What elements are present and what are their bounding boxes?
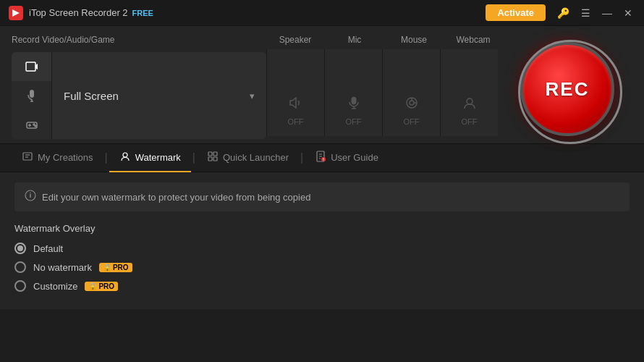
- tab-watermark-label: Watermark: [135, 152, 181, 163]
- webcam-label: Webcam: [444, 35, 502, 49]
- tab-user-guide[interactable]: User Guide: [305, 143, 389, 172]
- svg-rect-6: [352, 97, 356, 104]
- option-default[interactable]: Default: [14, 243, 630, 254]
- controls-section: Speaker Mic Mouse Webcam OFF: [266, 35, 502, 143]
- radio-default[interactable]: [14, 243, 26, 254]
- svg-point-28: [30, 193, 31, 194]
- option-no-watermark[interactable]: No watermark 🔒 PRO: [14, 261, 630, 273]
- webcam-icon: [462, 95, 478, 114]
- pro-badge-no-watermark: 🔒 PRO: [99, 263, 132, 272]
- controls-labels-row: Speaker Mic Mouse Webcam: [266, 35, 502, 49]
- tab-my-creations[interactable]: My Creations: [12, 143, 103, 172]
- svg-point-4: [33, 124, 35, 125]
- window-controls: 🔑 ☰ — ✕: [554, 6, 635, 20]
- radio-no-watermark[interactable]: [14, 261, 26, 273]
- user-guide-icon: [315, 151, 326, 164]
- speaker-label: Speaker: [266, 35, 324, 49]
- tab-quick-launcher-label: Quick Launcher: [223, 152, 289, 163]
- mic-control[interactable]: OFF: [324, 49, 382, 136]
- screen-mode-select[interactable]: Full Screen ▾: [52, 52, 266, 139]
- radio-customize[interactable]: [14, 280, 26, 292]
- record-type-list: [12, 52, 52, 139]
- speaker-header: OFF: [288, 95, 304, 126]
- record-panel-title: Record Video/Audio/Game: [12, 35, 266, 45]
- pro-badge-customize: 🔒 PRO: [85, 282, 118, 291]
- mic-header: OFF: [346, 95, 362, 126]
- mouse-control[interactable]: OFF: [382, 49, 440, 136]
- app-title: iTop Screen Recorder 2: [29, 7, 128, 18]
- record-options: Full Screen ▾: [12, 52, 266, 139]
- divider-3: |: [299, 151, 305, 164]
- svg-rect-19: [213, 152, 217, 156]
- svg-rect-20: [208, 157, 212, 161]
- svg-rect-0: [26, 62, 35, 71]
- rec-label: REC: [546, 78, 590, 101]
- mic-label: Mic: [326, 35, 384, 49]
- mic-icon: [346, 95, 362, 114]
- record-panel: Record Video/Audio/Game: [12, 35, 266, 143]
- mic-status: OFF: [346, 117, 362, 126]
- svg-rect-18: [208, 152, 212, 156]
- record-type-game[interactable]: [12, 110, 51, 139]
- close-icon[interactable]: ✕: [621, 6, 635, 20]
- tab-quick-launcher[interactable]: Quick Launcher: [197, 143, 299, 172]
- info-icon: [25, 190, 36, 204]
- record-type-audio[interactable]: [12, 81, 51, 110]
- speaker-status: OFF: [288, 117, 304, 126]
- top-section: Record Video/Audio/Game: [0, 26, 644, 143]
- rec-button[interactable]: REC: [520, 42, 614, 136]
- tab-my-creations-label: My Creations: [38, 152, 93, 163]
- speaker-control[interactable]: OFF: [266, 49, 324, 136]
- webcam-status: OFF: [462, 117, 478, 126]
- tab-watermark[interactable]: Watermark: [109, 143, 191, 172]
- mouse-status: OFF: [404, 117, 420, 126]
- mouse-icon: [404, 95, 420, 114]
- my-creations-icon: [22, 151, 33, 164]
- content-area: Edit your own watermark to protect your …: [0, 172, 644, 309]
- info-banner: Edit your own watermark to protect your …: [14, 182, 630, 211]
- webcam-header: OFF: [462, 95, 478, 126]
- watermark-icon: [119, 151, 131, 164]
- screen-mode-label: Full Screen: [64, 90, 119, 102]
- divider-2: |: [191, 151, 197, 164]
- titlebar: iTop Screen Recorder 2 FREE Activate 🔑 ☰…: [0, 0, 644, 26]
- svg-point-10: [410, 101, 414, 105]
- app-logo: [9, 6, 23, 20]
- svg-point-5: [35, 125, 36, 127]
- divider-1: |: [103, 151, 109, 164]
- svg-rect-14: [23, 153, 32, 160]
- option-default-label: Default: [33, 243, 63, 254]
- option-customize[interactable]: Customize 🔒 PRO: [14, 280, 630, 292]
- quick-launcher-icon: [207, 151, 219, 164]
- tabs-bar: My Creations | Watermark | Quick Launche…: [0, 143, 644, 172]
- mouse-label: Mouse: [385, 35, 443, 49]
- rec-area: REC: [502, 35, 632, 143]
- tab-user-guide-label: User Guide: [331, 152, 378, 163]
- chevron-down-icon: ▾: [250, 90, 255, 101]
- watermark-overlay-title: Watermark Overlay: [14, 223, 630, 234]
- option-no-watermark-label: No watermark: [33, 262, 92, 273]
- svg-rect-21: [213, 157, 217, 161]
- svg-point-25: [323, 160, 324, 161]
- controls-row: OFF OFF: [266, 49, 502, 136]
- minimize-icon[interactable]: —: [599, 6, 615, 20]
- record-type-video[interactable]: [12, 52, 51, 81]
- svg-point-17: [123, 153, 127, 157]
- free-badge: FREE: [132, 9, 153, 17]
- key-icon[interactable]: 🔑: [554, 6, 572, 20]
- menu-icon[interactable]: ☰: [578, 6, 593, 20]
- option-customize-label: Customize: [33, 281, 77, 292]
- info-text: Edit your own watermark to protect your …: [42, 192, 310, 203]
- speaker-icon: [288, 95, 304, 114]
- svg-point-13: [467, 98, 473, 104]
- activate-button[interactable]: Activate: [486, 4, 546, 21]
- webcam-control[interactable]: OFF: [440, 49, 498, 136]
- mouse-header: OFF: [404, 95, 420, 126]
